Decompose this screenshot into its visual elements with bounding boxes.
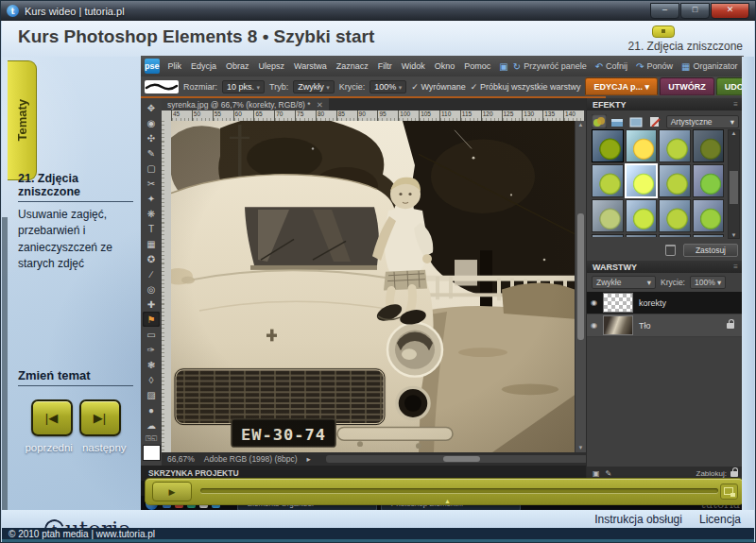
horizontal-scroll-thumb[interactable] xyxy=(443,456,480,462)
layer-row-Tło[interactable]: ◉Tło xyxy=(587,314,744,337)
effects-scroll-down-icon[interactable]: ▼ xyxy=(729,232,739,238)
menu-okno[interactable]: Okno xyxy=(431,59,459,73)
blend-mode-dropdown[interactable]: Zwykłe▾ xyxy=(592,276,656,289)
effect-thumbnail[interactable] xyxy=(659,129,691,162)
lasso-tool[interactable]: ✂ xyxy=(143,176,160,191)
effects-category-dropdown[interactable]: Artystyczne▾ xyxy=(666,115,739,128)
effect-thumbnail[interactable] xyxy=(592,234,624,237)
maximize-button[interactable]: □ xyxy=(680,3,710,19)
opacity-dropdown[interactable]: 100% ▾ xyxy=(369,80,406,93)
brush-tool[interactable]: ✑ xyxy=(143,342,160,357)
menu-edycja[interactable]: Edycja xyxy=(187,59,220,73)
vertical-scrollbar[interactable]: ▲ ▼ xyxy=(575,121,586,452)
layer-row-korekty[interactable]: ◉korekty xyxy=(587,292,744,314)
visibility-eye-icon[interactable]: ◉ xyxy=(591,298,597,307)
seek-bar[interactable] xyxy=(200,488,718,493)
new-layer-icon[interactable]: ▣ xyxy=(593,469,600,478)
status-arrow-icon[interactable]: ▸ xyxy=(307,454,311,464)
filters-icon[interactable] xyxy=(592,114,607,128)
minimize-button[interactable]: – xyxy=(650,3,679,19)
mode-dropdown[interactable]: Zwykły ▾ xyxy=(293,80,335,93)
apply-button[interactable]: Zastosuj xyxy=(683,244,738,257)
workspace-tab-2[interactable]: UDOSTĘPNIJ xyxy=(716,77,744,95)
trash-icon[interactable] xyxy=(665,245,676,256)
play-button[interactable]: ▶ xyxy=(152,482,192,501)
effect-thumbnail[interactable] xyxy=(592,129,624,162)
menu-ulepsz[interactable]: Ulepsz xyxy=(255,59,289,73)
gradient-tool[interactable]: ▨ xyxy=(143,387,160,402)
panel-layout-icon[interactable]: ▣ xyxy=(499,61,507,72)
smart-brush-tool[interactable]: ❃ xyxy=(143,357,160,372)
layer-styles-icon[interactable] xyxy=(610,114,626,128)
workspace-tab-0[interactable]: EDYCJA p... ▾ xyxy=(585,77,658,95)
foreground-color-swatch[interactable] xyxy=(143,445,161,461)
eraser-tool[interactable]: ▭ xyxy=(143,327,160,342)
effect-thumbnail[interactable] xyxy=(592,199,624,232)
restore-panels-button[interactable]: ↻ Przywróć panele xyxy=(513,61,587,72)
blur-tool[interactable]: ☁ xyxy=(143,417,160,433)
visibility-eye-icon[interactable]: ◉ xyxy=(591,321,597,330)
effects-scrollbar[interactable]: ▲ ▼ xyxy=(728,129,740,239)
move-tool[interactable]: ✥ xyxy=(143,100,160,115)
effect-thumbnail[interactable] xyxy=(626,199,658,232)
document-tab[interactable]: syrenka.jpg @ 66,7% (korekty, RGB/8) * ✕ xyxy=(162,98,329,110)
footer-link[interactable]: Instrukcja obsługi xyxy=(594,513,682,526)
menu-obraz[interactable]: Obraz xyxy=(222,59,253,73)
zoom-tool[interactable]: ◉ xyxy=(143,115,160,130)
sample-all-layers-checkbox[interactable]: ✓ Próbkuj wszystkie warstwy xyxy=(471,82,581,92)
menu-filtr[interactable]: Filtr xyxy=(374,59,396,73)
scroll-up-icon[interactable]: ▲ xyxy=(576,121,586,129)
shape-tool[interactable]: ● xyxy=(143,402,160,417)
horizontal-scrollbar[interactable] xyxy=(326,455,593,463)
effects-scroll-up-icon[interactable]: ▲ xyxy=(729,130,739,136)
menu-pomoc[interactable]: Pomoc xyxy=(460,59,494,73)
effects-scroll-thumb[interactable] xyxy=(730,171,738,203)
panel-menu-icon[interactable]: ≡ xyxy=(733,100,738,109)
tab-tematy[interactable]: Tematy xyxy=(8,60,37,180)
effect-thumbnail[interactable] xyxy=(626,234,658,237)
quick-selection-tool[interactable]: ❋ xyxy=(143,206,160,221)
document-close-icon[interactable]: ✕ xyxy=(317,100,323,110)
straighten-tool[interactable]: ∕ xyxy=(143,266,160,281)
workspace-tab-1[interactable]: UTWÓRZ xyxy=(660,77,714,95)
effect-thumbnail[interactable] xyxy=(592,164,624,197)
effect-thumbnail[interactable] xyxy=(659,234,691,237)
red-eye-tool[interactable]: ◎ xyxy=(143,281,160,297)
scroll-down-icon[interactable]: ▼ xyxy=(576,444,586,452)
footer-link[interactable]: Licencja xyxy=(699,513,741,526)
clone-stamp-tool[interactable]: ⚑ xyxy=(143,312,160,327)
layer-opacity-dropdown[interactable]: 100% ▾ xyxy=(690,276,726,289)
menu-zaznacz[interactable]: Zaznacz xyxy=(333,59,372,73)
photo-effects-icon[interactable] xyxy=(628,114,644,128)
previous-topic-button[interactable]: |◀ xyxy=(31,399,73,436)
hand-tool[interactable]: ✣ xyxy=(143,130,160,145)
delete-layer-icon[interactable]: ✎ xyxy=(606,469,612,478)
type-tool[interactable]: T xyxy=(143,221,160,236)
vertical-scroll-thumb[interactable] xyxy=(577,213,584,339)
menu-warstwa[interactable]: Warstwa xyxy=(290,59,331,73)
size-dropdown[interactable]: 10 pks. ▾ xyxy=(222,80,265,93)
effect-thumbnail[interactable] xyxy=(693,164,725,197)
effects-panel-header[interactable]: EFEKTY ≡ xyxy=(587,98,744,110)
healing-brush-tool[interactable]: ✚ xyxy=(143,297,160,312)
undo-button[interactable]: ↶ Cofnij xyxy=(595,61,627,72)
layers-menu-icon[interactable]: ≡ xyxy=(733,263,738,271)
menu-widok[interactable]: Widok xyxy=(398,59,429,73)
effect-thumbnail[interactable] xyxy=(626,164,658,197)
fullscreen-button[interactable] xyxy=(720,484,738,500)
layers-panel-header[interactable]: WARSTWY ≡ xyxy=(587,261,744,273)
crop-tool[interactable]: ▦ xyxy=(143,236,160,251)
effect-thumbnail[interactable] xyxy=(693,234,725,237)
effect-thumbnail[interactable] xyxy=(693,129,725,162)
swatch-swap-icon[interactable]: ◳◱ xyxy=(145,434,157,442)
effect-thumbnail[interactable] xyxy=(626,129,658,162)
seek-marker-icon[interactable]: ▲ xyxy=(444,498,451,504)
cookie-cutter-tool[interactable]: ✪ xyxy=(143,251,160,266)
effect-thumbnail[interactable] xyxy=(693,199,725,232)
all-effects-icon[interactable] xyxy=(647,114,662,128)
effect-thumbnail[interactable] xyxy=(659,199,691,232)
eyedropper-tool[interactable]: ✎ xyxy=(143,145,160,161)
organizer-button[interactable]: ▦ Organizator xyxy=(681,61,737,72)
marquee-tool[interactable]: ▢ xyxy=(143,161,160,176)
menu-plik[interactable]: Plik xyxy=(164,59,186,73)
